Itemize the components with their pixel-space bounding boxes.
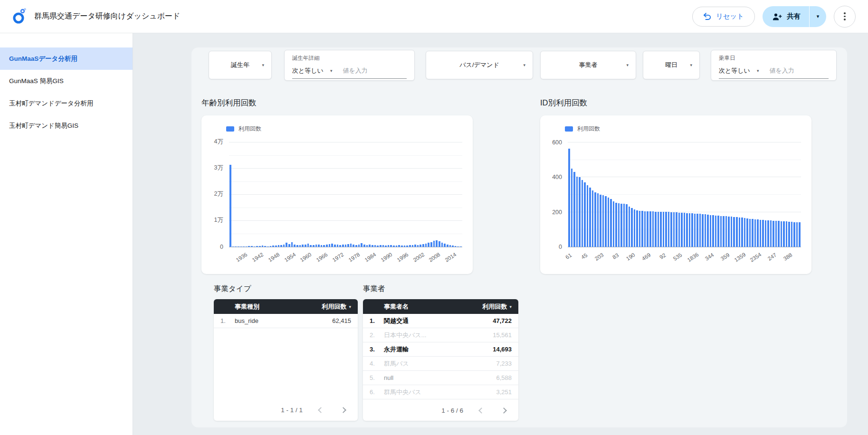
- bar[interactable]: [663, 212, 665, 247]
- bar[interactable]: [626, 204, 628, 247]
- bar[interactable]: [412, 245, 414, 247]
- sidebar-item-gunmaas-data[interactable]: GunMaaSデータ分析用: [0, 47, 133, 70]
- bar[interactable]: [587, 185, 589, 247]
- bar[interactable]: [382, 245, 384, 247]
- bar[interactable]: [660, 212, 662, 247]
- bar[interactable]: [366, 245, 368, 247]
- bar[interactable]: [733, 217, 735, 247]
- bar[interactable]: [272, 246, 274, 247]
- bar[interactable]: [436, 240, 438, 247]
- share-button-main[interactable]: 共有: [763, 6, 809, 27]
- bar[interactable]: [302, 245, 304, 247]
- bar[interactable]: [350, 244, 352, 247]
- bar[interactable]: [781, 221, 782, 247]
- bar[interactable]: [393, 246, 395, 247]
- bar[interactable]: [275, 246, 277, 247]
- column-header-dimension[interactable]: 事業者名: [363, 303, 482, 311]
- bar[interactable]: [422, 244, 424, 247]
- bar[interactable]: [299, 245, 301, 247]
- bar[interactable]: [377, 246, 379, 247]
- bar[interactable]: [649, 211, 651, 247]
- bar[interactable]: [278, 245, 280, 247]
- bar[interactable]: [398, 245, 400, 247]
- bar[interactable]: [286, 243, 287, 247]
- bar[interactable]: [579, 177, 581, 247]
- bar[interactable]: [262, 246, 264, 247]
- bar[interactable]: [658, 212, 659, 247]
- sidebar-item-tamamura-data[interactable]: 玉村町デマンドデータ分析用: [0, 92, 133, 114]
- bar[interactable]: [388, 245, 390, 247]
- share-dropdown-button[interactable]: ▾: [809, 6, 826, 27]
- page-previous-icon[interactable]: [318, 407, 324, 413]
- bar[interactable]: [315, 245, 317, 247]
- bar[interactable]: [689, 213, 691, 247]
- bar[interactable]: [342, 245, 344, 247]
- bar[interactable]: [678, 213, 680, 247]
- condition-select[interactable]: 次と等しい: [719, 66, 750, 75]
- column-header-metric[interactable]: 利用回数 ▾: [322, 303, 358, 311]
- bar[interactable]: [256, 246, 258, 247]
- bar[interactable]: [636, 210, 638, 247]
- bar[interactable]: [576, 177, 578, 247]
- bar[interactable]: [439, 241, 440, 247]
- table-row[interactable]: 5. null 6,588: [363, 371, 518, 385]
- bar[interactable]: [331, 244, 333, 247]
- bar[interactable]: [670, 212, 672, 247]
- bar[interactable]: [240, 246, 242, 247]
- bar[interactable]: [736, 217, 738, 247]
- bar[interactable]: [600, 195, 601, 247]
- filter-bus-demand[interactable]: バス/デマンド ▾: [426, 51, 533, 79]
- bar[interactable]: [775, 221, 777, 247]
- bar[interactable]: [647, 211, 649, 247]
- bar[interactable]: [634, 209, 636, 247]
- table-row[interactable]: 3. 永井運輸 14,693: [363, 342, 518, 357]
- bar[interactable]: [655, 212, 657, 247]
- bar[interactable]: [744, 218, 746, 247]
- bar[interactable]: [358, 245, 360, 247]
- bar[interactable]: [323, 245, 325, 247]
- bar[interactable]: [229, 165, 231, 247]
- bar[interactable]: [629, 207, 630, 247]
- bar[interactable]: [267, 246, 269, 247]
- bar[interactable]: [428, 243, 429, 247]
- table-row[interactable]: 4. 群馬バス 7,233: [363, 357, 518, 371]
- bar[interactable]: [571, 169, 573, 247]
- bar[interactable]: [355, 245, 357, 247]
- sidebar-item-tamamura-gis[interactable]: 玉村町デマンド簡易GIS: [0, 114, 133, 137]
- column-header-metric[interactable]: 利用回数 ▾: [482, 303, 518, 311]
- bar[interactable]: [686, 213, 688, 247]
- bar[interactable]: [728, 217, 730, 247]
- bar[interactable]: [296, 245, 298, 247]
- bar[interactable]: [441, 243, 443, 247]
- bar[interactable]: [401, 246, 403, 247]
- bar[interactable]: [613, 201, 615, 247]
- bar[interactable]: [597, 193, 599, 247]
- bar[interactable]: [310, 245, 312, 247]
- filter-birth-year[interactable]: 誕生年 ▾: [209, 51, 272, 79]
- bar[interactable]: [232, 246, 234, 247]
- bar[interactable]: [739, 218, 741, 247]
- bar[interactable]: [765, 220, 767, 247]
- bar[interactable]: [760, 220, 762, 247]
- bar[interactable]: [746, 218, 748, 247]
- bar[interactable]: [608, 198, 610, 247]
- bar[interactable]: [264, 246, 266, 247]
- bar[interactable]: [788, 222, 790, 247]
- bar[interactable]: [457, 246, 459, 247]
- bar[interactable]: [610, 199, 612, 247]
- bar[interactable]: [720, 216, 722, 247]
- bar[interactable]: [283, 245, 285, 247]
- bar[interactable]: [767, 220, 769, 247]
- bar[interactable]: [749, 219, 751, 247]
- filter-birth-year-detail[interactable]: 誕生年詳細 次と等しい ▾ 値を入力: [284, 50, 415, 81]
- bar[interactable]: [652, 211, 654, 247]
- bar[interactable]: [752, 219, 754, 247]
- bar[interactable]: [347, 244, 349, 247]
- bar[interactable]: [707, 215, 709, 247]
- bar[interactable]: [345, 245, 347, 247]
- bar[interactable]: [361, 243, 362, 247]
- bar[interactable]: [644, 211, 646, 247]
- bar[interactable]: [592, 190, 594, 247]
- bar[interactable]: [757, 219, 759, 247]
- bar[interactable]: [791, 222, 793, 247]
